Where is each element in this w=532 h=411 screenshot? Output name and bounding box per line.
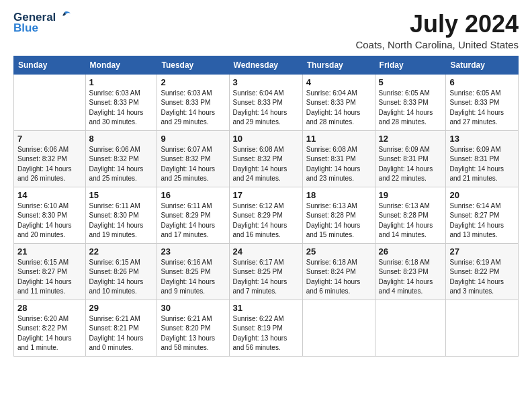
week-row-1: 1Sunrise: 6:03 AM Sunset: 8:33 PM Daylig… [14, 74, 519, 130]
day-info: Sunrise: 6:21 AM Sunset: 8:21 PM Dayligh… [89, 314, 154, 353]
day-number: 31 [233, 303, 299, 313]
weekday-header-monday: Monday [85, 56, 157, 74]
day-info: Sunrise: 6:05 AM Sunset: 8:33 PM Dayligh… [449, 89, 515, 128]
calendar-cell: 2Sunrise: 6:03 AM Sunset: 8:33 PM Daylig… [157, 74, 229, 130]
day-info: Sunrise: 6:13 AM Sunset: 8:28 PM Dayligh… [306, 201, 371, 240]
calendar-cell: 23Sunrise: 6:16 AM Sunset: 8:25 PM Dayli… [157, 243, 229, 300]
day-info: Sunrise: 6:06 AM Sunset: 8:32 PM Dayligh… [17, 145, 82, 184]
day-info: Sunrise: 6:12 AM Sunset: 8:29 PM Dayligh… [233, 201, 299, 240]
calendar-cell: 29Sunrise: 6:21 AM Sunset: 8:21 PM Dayli… [85, 300, 157, 356]
calendar-cell: 8Sunrise: 6:06 AM Sunset: 8:32 PM Daylig… [85, 130, 157, 187]
day-number: 25 [306, 246, 371, 257]
day-number: 11 [306, 134, 371, 144]
weekday-header-wednesday: Wednesday [229, 56, 302, 74]
calendar-cell [375, 300, 446, 356]
weekday-header-tuesday: Tuesday [157, 56, 229, 74]
day-info: Sunrise: 6:09 AM Sunset: 8:31 PM Dayligh… [449, 145, 515, 184]
calendar-cell: 26Sunrise: 6:18 AM Sunset: 8:23 PM Dayli… [375, 243, 446, 300]
weekday-header-saturday: Saturday [446, 56, 519, 74]
week-row-2: 7Sunrise: 6:06 AM Sunset: 8:32 PM Daylig… [14, 130, 519, 187]
day-info: Sunrise: 6:18 AM Sunset: 8:24 PM Dayligh… [306, 258, 371, 297]
day-number: 18 [306, 190, 371, 200]
day-info: Sunrise: 6:16 AM Sunset: 8:25 PM Dayligh… [161, 258, 225, 297]
calendar-cell: 25Sunrise: 6:18 AM Sunset: 8:24 PM Dayli… [302, 243, 375, 300]
day-number: 28 [17, 303, 82, 313]
day-info: Sunrise: 6:11 AM Sunset: 8:29 PM Dayligh… [161, 201, 225, 240]
day-info: Sunrise: 6:07 AM Sunset: 8:32 PM Dayligh… [161, 145, 225, 184]
calendar-cell: 7Sunrise: 6:06 AM Sunset: 8:32 PM Daylig… [14, 130, 86, 187]
calendar-cell: 12Sunrise: 6:09 AM Sunset: 8:31 PM Dayli… [375, 130, 446, 187]
weekday-header-row: SundayMondayTuesdayWednesdayThursdayFrid… [14, 56, 519, 74]
day-number: 4 [306, 77, 371, 87]
calendar-table: SundayMondayTuesdayWednesdayThursdayFrid… [13, 56, 519, 357]
day-info: Sunrise: 6:05 AM Sunset: 8:33 PM Dayligh… [379, 89, 443, 128]
calendar-cell: 9Sunrise: 6:07 AM Sunset: 8:32 PM Daylig… [157, 130, 229, 187]
calendar-cell: 17Sunrise: 6:12 AM Sunset: 8:29 PM Dayli… [229, 187, 302, 243]
day-number: 10 [233, 134, 299, 144]
day-number: 16 [161, 190, 225, 200]
day-info: Sunrise: 6:10 AM Sunset: 8:30 PM Dayligh… [17, 201, 82, 240]
day-info: Sunrise: 6:13 AM Sunset: 8:28 PM Dayligh… [379, 201, 443, 240]
day-number: 19 [379, 190, 443, 200]
month-year-title: July 2024 [355, 11, 519, 38]
day-number: 15 [89, 190, 154, 200]
calendar-cell: 28Sunrise: 6:20 AM Sunset: 8:22 PM Dayli… [14, 300, 86, 356]
calendar-cell: 10Sunrise: 6:08 AM Sunset: 8:32 PM Dayli… [229, 130, 302, 187]
calendar-cell [302, 300, 375, 356]
day-info: Sunrise: 6:08 AM Sunset: 8:31 PM Dayligh… [306, 145, 371, 184]
day-number: 20 [449, 190, 515, 200]
calendar-cell: 16Sunrise: 6:11 AM Sunset: 8:29 PM Dayli… [157, 187, 229, 243]
day-number: 21 [17, 246, 82, 257]
day-number: 17 [233, 190, 299, 200]
calendar-cell: 6Sunrise: 6:05 AM Sunset: 8:33 PM Daylig… [446, 74, 519, 130]
calendar-cell: 5Sunrise: 6:05 AM Sunset: 8:33 PM Daylig… [375, 74, 446, 130]
logo-bird-icon [57, 9, 72, 24]
calendar-cell: 24Sunrise: 6:17 AM Sunset: 8:25 PM Dayli… [229, 243, 302, 300]
calendar-cell: 20Sunrise: 6:14 AM Sunset: 8:27 PM Dayli… [446, 187, 519, 243]
calendar-cell: 1Sunrise: 6:03 AM Sunset: 8:33 PM Daylig… [85, 74, 157, 130]
day-info: Sunrise: 6:03 AM Sunset: 8:33 PM Dayligh… [89, 89, 154, 128]
week-row-4: 21Sunrise: 6:15 AM Sunset: 8:27 PM Dayli… [14, 243, 519, 300]
day-number: 9 [161, 134, 225, 144]
calendar-cell: 11Sunrise: 6:08 AM Sunset: 8:31 PM Dayli… [302, 130, 375, 187]
day-number: 26 [379, 246, 443, 257]
day-number: 30 [161, 303, 225, 313]
calendar-cell [446, 300, 519, 356]
calendar-cell: 31Sunrise: 6:22 AM Sunset: 8:19 PM Dayli… [229, 300, 302, 356]
location-subtitle: Coats, North Carolina, United States [355, 39, 519, 50]
day-info: Sunrise: 6:06 AM Sunset: 8:32 PM Dayligh… [89, 145, 154, 184]
day-number: 6 [449, 77, 515, 87]
day-info: Sunrise: 6:04 AM Sunset: 8:33 PM Dayligh… [233, 89, 299, 128]
calendar-cell: 22Sunrise: 6:15 AM Sunset: 8:26 PM Dayli… [85, 243, 157, 300]
day-number: 24 [233, 246, 299, 257]
logo: General Blue [13, 11, 72, 35]
weekday-header-thursday: Thursday [302, 56, 375, 74]
calendar-cell: 15Sunrise: 6:11 AM Sunset: 8:30 PM Dayli… [85, 187, 157, 243]
day-info: Sunrise: 6:03 AM Sunset: 8:33 PM Dayligh… [161, 89, 225, 128]
day-number: 2 [161, 77, 225, 87]
calendar-cell: 4Sunrise: 6:04 AM Sunset: 8:33 PM Daylig… [302, 74, 375, 130]
day-info: Sunrise: 6:19 AM Sunset: 8:22 PM Dayligh… [449, 258, 515, 297]
weekday-header-sunday: Sunday [14, 56, 86, 74]
day-info: Sunrise: 6:08 AM Sunset: 8:32 PM Dayligh… [233, 145, 299, 184]
calendar-cell: 14Sunrise: 6:10 AM Sunset: 8:30 PM Dayli… [14, 187, 86, 243]
day-info: Sunrise: 6:18 AM Sunset: 8:23 PM Dayligh… [379, 258, 443, 297]
calendar-cell: 3Sunrise: 6:04 AM Sunset: 8:33 PM Daylig… [229, 74, 302, 130]
day-info: Sunrise: 6:21 AM Sunset: 8:20 PM Dayligh… [161, 314, 225, 353]
logo-blue: Blue [13, 21, 38, 35]
day-number: 23 [161, 246, 225, 257]
day-info: Sunrise: 6:14 AM Sunset: 8:27 PM Dayligh… [449, 201, 515, 240]
day-info: Sunrise: 6:20 AM Sunset: 8:22 PM Dayligh… [17, 314, 82, 353]
week-row-3: 14Sunrise: 6:10 AM Sunset: 8:30 PM Dayli… [14, 187, 519, 243]
week-row-5: 28Sunrise: 6:20 AM Sunset: 8:22 PM Dayli… [14, 300, 519, 356]
calendar-cell: 19Sunrise: 6:13 AM Sunset: 8:28 PM Dayli… [375, 187, 446, 243]
day-info: Sunrise: 6:17 AM Sunset: 8:25 PM Dayligh… [233, 258, 299, 297]
title-block: July 2024 Coats, North Carolina, United … [355, 11, 519, 50]
day-number: 12 [379, 134, 443, 144]
calendar-cell: 30Sunrise: 6:21 AM Sunset: 8:20 PM Dayli… [157, 300, 229, 356]
day-number: 14 [17, 190, 82, 200]
day-number: 22 [89, 246, 154, 257]
day-info: Sunrise: 6:15 AM Sunset: 8:26 PM Dayligh… [89, 258, 154, 297]
day-number: 13 [449, 134, 515, 144]
day-info: Sunrise: 6:22 AM Sunset: 8:19 PM Dayligh… [233, 314, 299, 353]
